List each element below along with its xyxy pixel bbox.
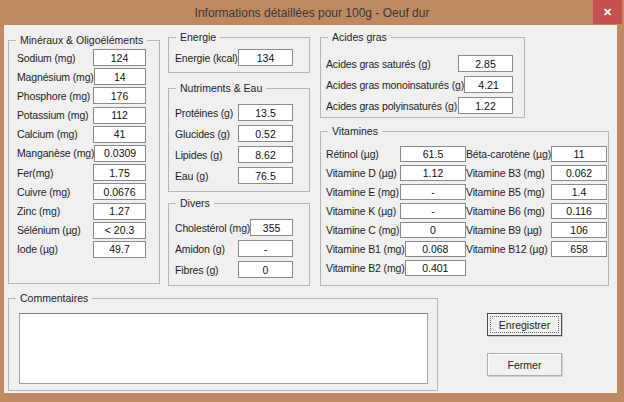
field-value-box[interactable]: 1.4 — [551, 184, 607, 200]
field-label: Vitamine K (µg) — [326, 205, 396, 217]
field-value-box[interactable]: 61.5 — [400, 146, 466, 162]
field-label: Acides gras saturés (g) — [326, 58, 431, 70]
field-label: Béta-carotène (µg) — [466, 148, 551, 160]
field-value-box[interactable]: 13.5 — [238, 104, 293, 121]
window-title: Informations détaillées pour 100g - Oeuf… — [195, 6, 430, 20]
field-value-box[interactable]: 1.75 — [93, 164, 146, 181]
field-label: Vitamine B6 (mg) — [466, 205, 545, 217]
field-label: Eau (g) — [175, 170, 208, 182]
field-value-box[interactable]: 49.7 — [93, 241, 146, 258]
vitamin-field-row: Vitamine E (mg) - — [326, 184, 466, 200]
field-value-box[interactable]: 0.116 — [551, 203, 607, 219]
field-value-box[interactable]: 0 — [400, 222, 466, 238]
field-label: Vitamine D (µg) — [326, 167, 397, 179]
field-value-box[interactable]: 4.21 — [464, 76, 513, 93]
dialog-window: Informations détaillées pour 100g - Oeuf… — [0, 0, 624, 402]
field-label: Energie (kcal) — [175, 52, 238, 64]
field-label: Vitamine B5 (mg) — [466, 186, 545, 198]
close-button[interactable]: ✕ — [593, 0, 622, 24]
field-value-box[interactable]: - — [238, 240, 293, 257]
field-label: Calcium (mg) — [17, 128, 78, 140]
vitamin-field-row: Rétinol (µg) 61.5 — [326, 146, 466, 162]
vitamin-field-row: Vitamine B5 (mg) 1.4 — [466, 184, 607, 200]
fat-field-row: Acides gras monoinsaturés (g) 4.21 — [326, 76, 513, 93]
field-value-box[interactable]: 0.52 — [238, 125, 293, 142]
field-label: Vitamine C (mg) — [326, 224, 399, 236]
save-button[interactable]: Enregistrer — [487, 313, 562, 336]
field-label: Phosphore (mg) — [17, 90, 90, 102]
field-label: Rétinol (µg) — [326, 148, 379, 160]
field-value-box[interactable]: 41 — [93, 126, 146, 143]
fat-field-row: Acides gras saturés (g) 2.85 — [326, 55, 513, 72]
nutrient-field-row: Glucides (g) 0.52 — [175, 125, 293, 142]
field-label: Acides gras monoinsaturés (g) — [326, 79, 464, 91]
field-value-box[interactable]: 658 — [551, 241, 607, 257]
field-value-box[interactable]: 176 — [93, 87, 146, 104]
vitamin-field-row: Vitamine D (µg) 1.12 — [326, 165, 466, 181]
field-label: Zinc (mg) — [17, 205, 60, 217]
field-value-box[interactable]: 0 — [238, 261, 293, 278]
field-label: Vitamine B1 (mg) — [326, 243, 405, 255]
field-value-box[interactable]: 2.85 — [458, 55, 513, 72]
mineral-field-row: Zinc (mg) 1.27 — [17, 203, 146, 220]
field-label: Magnésium (mg) — [17, 71, 94, 83]
field-label: Vitamine B3 (mg) — [466, 167, 545, 179]
group-fatty-acids: Acides gras Acides gras saturés (g) 2.85… — [320, 37, 525, 118]
field-value-box[interactable]: 112 — [93, 107, 146, 124]
field-value-box[interactable]: 1.12 — [400, 165, 466, 181]
field-value-box[interactable]: - — [400, 184, 466, 200]
field-value-box[interactable]: 0.401 — [405, 260, 466, 276]
titlebar: Informations détaillées pour 100g - Oeuf… — [0, 0, 624, 25]
field-value-box[interactable]: 76.5 — [238, 167, 293, 184]
field-value-box[interactable]: 11 — [551, 146, 607, 162]
divers-field-row: Fibres (g) 0 — [175, 261, 293, 278]
mineral-field-row: Sélénium (µg) < 20.3 — [17, 222, 146, 239]
field-label: Protéines (g) — [175, 107, 233, 119]
field-value-box[interactable]: 1.27 — [93, 203, 146, 220]
field-value-box[interactable]: 1.22 — [458, 97, 513, 114]
field-value-box[interactable]: 0.0676 — [93, 183, 146, 200]
nutrient-field-row: Lipides (g) 8.62 — [175, 146, 293, 163]
mineral-field-row: Phosphore (mg) 176 — [17, 87, 146, 104]
mineral-field-row: Calcium (mg) 41 — [17, 126, 146, 143]
vitamins-columns: Rétinol (µg) 61.5 Vitamine D (µg) 1.12 V… — [321, 132, 608, 285]
divers-field-row: Cholestérol (mg) 355 — [175, 219, 293, 236]
vitamin-field-row: Vitamine C (mg) 0 — [326, 222, 466, 238]
field-value-box[interactable]: - — [400, 203, 466, 219]
field-label: Sodium (mg) — [17, 52, 75, 64]
field-label: Cholestérol (mg) — [175, 222, 250, 234]
field-label: Sélénium (µg) — [17, 224, 81, 236]
group-energy: Energie Energie (kcal) 134 — [168, 37, 310, 73]
group-divers: Divers Cholestérol (mg) 355 Amidon (g) -… — [168, 203, 310, 286]
field-label: Cuivre (mg) — [17, 186, 70, 198]
field-label: Amidon (g) — [175, 243, 225, 255]
field-label: Iode (µg) — [17, 243, 58, 255]
field-value-box[interactable]: 0.062 — [551, 165, 607, 181]
mineral-field-row: Sodium (mg) 124 — [17, 49, 146, 66]
field-value-box[interactable]: 355 — [250, 219, 293, 236]
mineral-field-row: Fer(mg) 1.75 — [17, 164, 146, 181]
vitamin-field-row: Vitamine B3 (mg) 0.062 — [466, 165, 607, 181]
mineral-field-row: Cuivre (mg) 0.0676 — [17, 183, 146, 200]
field-label: Acides gras polyinsaturés (g) — [326, 100, 457, 112]
group-comments: Commentaires — [8, 298, 438, 391]
field-value-box[interactable]: 0.0309 — [94, 145, 146, 162]
field-value-box[interactable]: 134 — [238, 49, 293, 66]
vitamin-field-row: Vitamine B6 (mg) 0.116 — [466, 203, 607, 219]
field-value-box[interactable]: < 20.3 — [93, 222, 146, 239]
field-value-box[interactable]: 124 — [93, 49, 146, 66]
field-value-box[interactable]: 106 — [551, 222, 607, 238]
field-label: Vitamine E (mg) — [326, 186, 399, 198]
field-label: Vitamine B2 (mg) — [326, 262, 405, 274]
comments-input[interactable] — [19, 313, 428, 384]
energy-field-row: Energie (kcal) 134 — [175, 49, 293, 66]
nutrient-field-row: Protéines (g) 13.5 — [175, 104, 293, 121]
mineral-field-row: Manganèse (mg) 0.0309 — [17, 145, 146, 162]
close-dialog-button[interactable]: Fermer — [487, 353, 562, 376]
field-value-box[interactable]: 8.62 — [238, 146, 293, 163]
vitamin-field-row: Vitamine B2 (mg) 0.401 — [326, 260, 466, 276]
group-comments-title: Commentaires — [16, 291, 92, 306]
vitamin-field-row: Vitamine B9 (µg) 106 — [466, 222, 607, 238]
field-value-box[interactable]: 0.068 — [405, 241, 466, 257]
field-value-box[interactable]: 14 — [94, 68, 146, 85]
